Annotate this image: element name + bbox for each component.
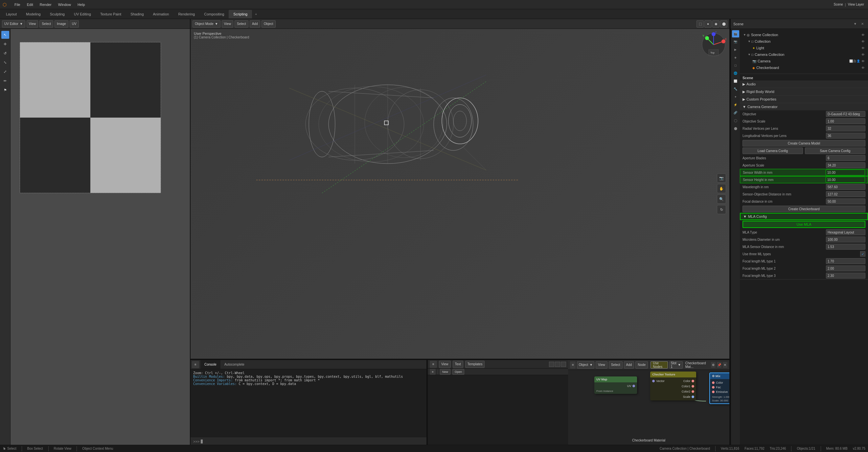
prop-icon-view-layer[interactable]: ◈ <box>732 54 739 61</box>
viewport-nav-pan[interactable]: ✋ <box>717 184 726 193</box>
viewport-nav-rotate[interactable]: ↻ <box>717 205 726 214</box>
viewport-add-btn[interactable]: Add <box>250 20 260 28</box>
script-open-btn[interactable]: Open <box>453 369 464 375</box>
prop-icon-material[interactable]: ⬤ <box>732 125 739 132</box>
mla-type-value[interactable]: Hexagonal Layout <box>826 229 865 235</box>
tree-eye-collection[interactable]: 👁 <box>861 40 865 43</box>
menu-help[interactable]: Help <box>74 0 88 9</box>
uv-transform-tool[interactable]: ⤢ <box>1 68 9 75</box>
node-checker-texture[interactable]: Checker Texture Vector Color Color1 <box>650 372 696 400</box>
script-layout-btn-2[interactable] <box>555 362 560 367</box>
console-tab-autocomplete[interactable]: Autocomplete <box>220 360 248 369</box>
tree-collection[interactable]: ▼ □ Collection 👁 <box>742 38 866 45</box>
console-tab-console[interactable]: Console <box>200 360 220 369</box>
tab-compositing[interactable]: Compositing <box>199 10 229 19</box>
uv-select-btn[interactable]: Select <box>39 20 53 28</box>
shading-solid[interactable]: ● <box>704 20 712 28</box>
prop-icon-data[interactable]: ◯ <box>732 117 739 124</box>
focal-ml-2-value[interactable]: 2.00 <box>826 265 865 271</box>
uv-flag-tool[interactable]: ⚑ <box>1 86 9 94</box>
console-menu-btn[interactable]: ≡ <box>192 361 199 368</box>
script-icon-btn[interactable]: ≡ <box>430 369 436 375</box>
script-layout-btn-1[interactable] <box>549 362 554 367</box>
viewport-canvas[interactable]: User Perspective (1) Camera Collection |… <box>191 29 730 359</box>
script-content[interactable] <box>428 375 568 445</box>
shading-material[interactable]: ◉ <box>712 20 719 28</box>
objective-scale-value[interactable]: 1.00 <box>826 118 865 124</box>
node-view-btn[interactable]: View <box>596 361 608 368</box>
use-mla-btn[interactable]: Use MLA <box>743 221 865 228</box>
tree-light[interactable]: ✦ Light 👁 <box>742 45 866 51</box>
custom-props-header[interactable]: ▶ Custom Properties <box>740 96 868 103</box>
node-menu-btn[interactable]: ≡ <box>570 361 576 368</box>
use-three-ml-checkbox[interactable]: ✓ <box>860 251 865 257</box>
prop-icon-output[interactable]: ▶ <box>732 46 739 53</box>
tree-eye-light[interactable]: 👁 <box>861 46 865 50</box>
viewport-mode-dropdown[interactable]: Object Mode ▼ <box>192 20 220 28</box>
prop-icon-world[interactable]: 🌐 <box>732 70 739 77</box>
uv-uv-btn[interactable]: UV <box>70 20 79 28</box>
node-mix-shader[interactable]: ⚙ Mix Color <box>709 373 730 404</box>
rigid-body-header[interactable]: ▶ Rigid Body World <box>740 88 868 95</box>
tab-scripting[interactable]: Scripting <box>229 10 252 19</box>
load-camera-config-btn[interactable]: Load Camera Config <box>743 148 803 154</box>
script-view-btn[interactable]: View <box>439 361 451 368</box>
mla-sensor-dist-value[interactable]: 1.53 <box>826 244 865 250</box>
menu-window[interactable]: Window <box>55 0 74 9</box>
tree-eye-checker[interactable]: 👁 <box>861 66 865 70</box>
uv-rotate-tool[interactable]: ↺ <box>1 49 9 57</box>
uv-move-tool[interactable]: ✛ <box>1 40 9 48</box>
shading-wireframe[interactable]: ⬚ <box>696 20 704 28</box>
node-mode-dropdown[interactable]: Object▼ <box>577 361 594 368</box>
script-layout-btn-3[interactable] <box>561 362 566 367</box>
create-checkerboard-btn[interactable]: Create Checkerboard <box>743 206 865 212</box>
viewport-nav-zoom[interactable]: 🔍 <box>717 194 726 204</box>
longitudinal-vertices-value[interactable]: 36 <box>826 133 865 139</box>
sensor-obj-dist-value[interactable]: 127.02 <box>826 191 865 197</box>
microlens-diameter-value[interactable]: 100.00 <box>826 236 865 243</box>
prop-icon-constraint[interactable]: 🔗 <box>732 109 739 116</box>
tree-eye-cam-collection[interactable]: 👁 <box>861 53 865 57</box>
tab-shading[interactable]: Shading <box>126 10 148 19</box>
uv-annotate-tool[interactable]: ✏ <box>1 77 9 85</box>
tab-sculpting[interactable]: Sculpting <box>45 10 69 19</box>
tree-scene-collection[interactable]: ▼ ◎ Scene Collection 👁 <box>742 32 866 38</box>
focal-ml-3-value[interactable]: 2.30 <box>826 272 865 279</box>
uv-canvas[interactable]: ↖ ✛ ↺ ⤡ ⤢ ✏ ⚑ <box>0 29 190 445</box>
tab-rendering[interactable]: Rendering <box>174 10 199 19</box>
menu-file[interactable]: File <box>11 0 24 9</box>
sensor-width-value[interactable]: 10.00 <box>826 169 865 175</box>
props-filter-icon[interactable]: ▼ <box>852 21 858 27</box>
viewport-nav-camera[interactable]: 📷 <box>717 173 726 183</box>
tree-eye-scene[interactable]: 👁 <box>861 33 865 37</box>
menu-render[interactable]: Render <box>36 0 55 9</box>
tab-uv-editing[interactable]: UV Editing <box>69 10 96 19</box>
tree-camera-collection[interactable]: ▼ □ Camera Collection 👁 <box>742 51 866 58</box>
uv-view-btn[interactable]: View <box>27 20 38 28</box>
tab-layout[interactable]: Layout <box>1 10 21 19</box>
objective-value[interactable]: D-Gauss6 F2 43.6deg <box>826 111 865 117</box>
camera-gen-header[interactable]: ▼ Camera Generator <box>740 103 868 110</box>
prop-icon-object[interactable]: ⬜ <box>732 77 739 85</box>
node-node-btn[interactable]: Node <box>636 361 648 368</box>
prop-icon-scene[interactable]: 🎬 <box>732 30 739 37</box>
aperture-scale-value[interactable]: 34.20 <box>826 162 865 168</box>
prop-icon-scene2[interactable]: ◻ <box>732 62 739 69</box>
shading-rendered[interactable]: ⬤ <box>720 20 727 28</box>
uv-select-tool[interactable]: ↖ <box>1 31 9 39</box>
props-close-icon[interactable]: ✕ <box>860 21 865 27</box>
node-uv-map[interactable]: UV Map UV From Instance <box>594 377 637 394</box>
aperture-blades-value[interactable]: 6 <box>826 155 865 161</box>
viewport-gizmo[interactable]: X Y Z Top <box>701 32 727 58</box>
script-menu-btn[interactable]: ≡ <box>430 361 437 368</box>
uv-scale-tool[interactable]: ⤡ <box>1 59 9 66</box>
viewport-view-btn[interactable]: View <box>222 20 234 28</box>
prop-icon-physics[interactable]: ⚡ <box>732 101 739 108</box>
script-templates-btn[interactable]: Templates <box>465 361 485 368</box>
tab-texture-paint[interactable]: Texture Paint <box>96 10 126 19</box>
prop-icon-render[interactable]: 📷 <box>732 38 739 45</box>
uv-mode-dropdown[interactable]: UV Editor ▼ <box>2 20 25 28</box>
node-select-btn[interactable]: Select <box>609 361 623 368</box>
save-camera-config-btn[interactable]: Save Camera Config <box>805 148 865 154</box>
viewport-object-btn[interactable]: Object <box>261 20 276 28</box>
